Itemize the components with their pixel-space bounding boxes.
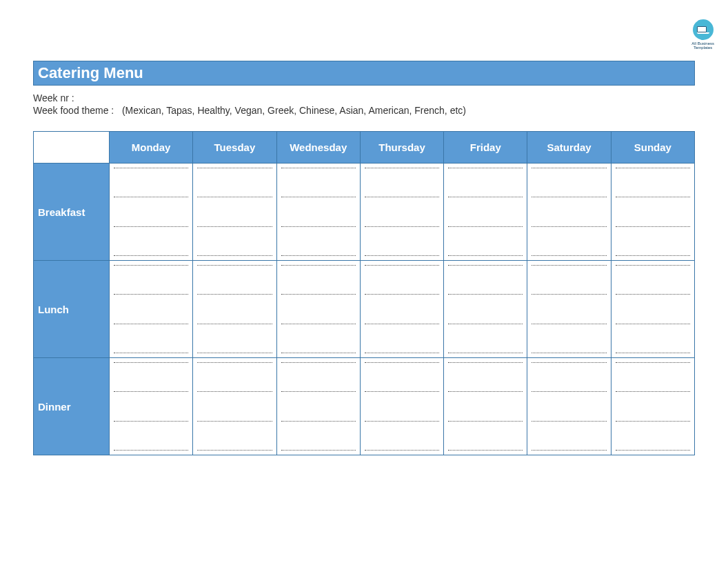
- cell-dinner-thursday[interactable]: [360, 358, 443, 455]
- theme-value: (Mexican, Tapas, Healthy, Vegan, Greek, …: [122, 105, 466, 116]
- cell-lunch-saturday[interactable]: [527, 261, 611, 358]
- row-dinner: Dinner: [34, 358, 110, 455]
- laptop-icon: [693, 19, 714, 40]
- cell-breakfast-sunday[interactable]: [611, 164, 694, 261]
- cell-dinner-tuesday[interactable]: [193, 358, 276, 455]
- cell-breakfast-tuesday[interactable]: [193, 164, 276, 261]
- row-lunch: Lunch: [34, 261, 110, 358]
- col-monday: Monday: [110, 132, 193, 164]
- cell-breakfast-thursday[interactable]: [360, 164, 443, 261]
- page-title: Catering Menu: [38, 64, 143, 81]
- brand-logo: All Business Templates: [691, 19, 714, 50]
- cell-dinner-monday[interactable]: [110, 358, 193, 455]
- cell-breakfast-wednesday[interactable]: [276, 164, 360, 261]
- meta-block: Week nr : Week food theme : (Mexican, Ta…: [33, 92, 695, 116]
- cell-lunch-tuesday[interactable]: [193, 261, 276, 358]
- cell-lunch-sunday[interactable]: [611, 261, 694, 358]
- menu-table: Monday Tuesday Wednesday Thursday Friday…: [33, 131, 695, 455]
- brand-text-line2: Templates: [691, 46, 714, 50]
- col-friday: Friday: [444, 132, 527, 164]
- cell-lunch-friday[interactable]: [444, 261, 527, 358]
- cell-breakfast-monday[interactable]: [110, 164, 193, 261]
- col-sunday: Sunday: [611, 132, 694, 164]
- cell-breakfast-saturday[interactable]: [527, 164, 611, 261]
- row-breakfast: Breakfast: [34, 164, 110, 261]
- cell-dinner-wednesday[interactable]: [276, 358, 360, 455]
- week-nr-label: Week nr :: [33, 92, 74, 103]
- cell-dinner-sunday[interactable]: [611, 358, 694, 455]
- cell-lunch-wednesday[interactable]: [276, 261, 360, 358]
- col-saturday: Saturday: [527, 132, 611, 164]
- cell-breakfast-friday[interactable]: [444, 164, 527, 261]
- cell-lunch-monday[interactable]: [110, 261, 193, 358]
- col-wednesday: Wednesday: [276, 132, 360, 164]
- table-corner: [34, 132, 110, 164]
- cell-dinner-friday[interactable]: [444, 358, 527, 455]
- cell-lunch-thursday[interactable]: [360, 261, 443, 358]
- theme-label: Week food theme :: [33, 105, 114, 116]
- col-tuesday: Tuesday: [193, 132, 276, 164]
- page-title-bar: Catering Menu: [33, 61, 695, 86]
- cell-dinner-saturday[interactable]: [527, 358, 611, 455]
- col-thursday: Thursday: [360, 132, 443, 164]
